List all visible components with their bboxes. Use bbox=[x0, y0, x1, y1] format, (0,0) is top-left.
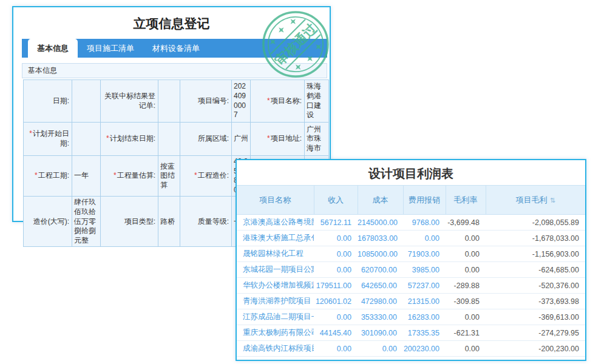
project-name-link[interactable]: 青海洪湖养护院项目 bbox=[237, 294, 314, 309]
field-label-text: 日期: bbox=[53, 96, 69, 105]
income-cell: 56712.11 bbox=[314, 215, 358, 231]
cost-cell: 1085000.00 bbox=[358, 246, 403, 262]
project-name-link[interactable]: 京港澳高速公路粤境韶关至 bbox=[237, 215, 314, 231]
form-row: 日期: 关联中标结果登记单: 项目编号: 2024090007 *项目名称: 珠… bbox=[24, 80, 329, 123]
expense-cell: 16283.00 bbox=[403, 309, 446, 325]
profit-window-title: 设计项目利润表 bbox=[237, 160, 585, 185]
project-name-link[interactable]: 重庆太极制药有限公司亳州 bbox=[237, 325, 314, 341]
table-row: 港珠澳大桥施工总承包项目 0.00 1678033.00 0.00 0.00 -… bbox=[237, 231, 585, 246]
table-row: 重庆太极制药有限公司亳州 44145.40 301090.00 17335.35… bbox=[237, 325, 585, 341]
expense-cell: 9768.00 bbox=[403, 215, 446, 231]
profit-cell: -274,279.95 bbox=[486, 325, 585, 341]
margin-cell: -3,699.48 bbox=[446, 215, 486, 231]
table-row: 东城花园一期项目公寓大堂 0.00 620700.00 3985.00 0.00… bbox=[237, 262, 585, 278]
cost-cell: 620700.00 bbox=[358, 262, 403, 278]
field-label-text: 质量等级: bbox=[198, 217, 229, 226]
col-header-income: 收入 bbox=[314, 186, 358, 215]
form-row: *计划开始日期: *计划结束日期: 所属区域: 广州 *项目地址: 广州市珠海市 bbox=[24, 123, 329, 156]
income-cell: 0.00 bbox=[314, 246, 358, 262]
field-value-project-duration: 一年 bbox=[72, 156, 101, 197]
table-row: 江苏成品油二期项目一标段 0.00 353330.00 16283.00 0.0… bbox=[237, 309, 585, 325]
sort-icon[interactable]: ⇅ bbox=[550, 197, 555, 204]
project-name-link[interactable]: 东城花园一期项目公寓大堂 bbox=[237, 262, 314, 278]
field-label-quantity-estimate: *工程量估算: bbox=[101, 156, 158, 197]
tab-bar: 基本信息 项目施工清单 材料设备清单 bbox=[22, 39, 327, 58]
field-value-plan-start-date bbox=[72, 123, 101, 156]
section-header-basic-info: 基本信息 bbox=[22, 63, 327, 78]
field-label-text: 关联中标结果登记单: bbox=[104, 92, 155, 110]
field-label-text: 计划结束日期: bbox=[110, 134, 155, 143]
field-label-text: 项目名称: bbox=[271, 96, 302, 105]
income-cell: 0.00 bbox=[314, 341, 358, 357]
profit-table-header: 项目名称 收入 成本 费用报销 毛利率 项目毛利⇅ bbox=[237, 186, 585, 215]
income-cell: 120601.02 bbox=[314, 294, 358, 309]
expense-cell: 21315.00 bbox=[403, 294, 446, 309]
required-mark: * bbox=[194, 171, 197, 180]
margin-cell: 0.00 bbox=[446, 246, 486, 262]
field-value-quantity-estimate: 按蓝图结算 bbox=[158, 156, 180, 197]
field-label-text: 所属区域: bbox=[198, 134, 229, 143]
field-label-text: 项目地址: bbox=[271, 134, 302, 143]
col-header-project-name: 项目名称 bbox=[237, 186, 314, 215]
profit-cell: -369,613.00 bbox=[486, 309, 585, 325]
income-cell: 0.00 bbox=[314, 309, 358, 325]
col-header-project-profit[interactable]: 项目毛利⇅ bbox=[486, 186, 585, 215]
field-value-plan-end-date bbox=[158, 123, 180, 156]
field-label-project-name: *项目名称: bbox=[251, 80, 305, 123]
profit-cell: -1,678,033.00 bbox=[486, 231, 585, 246]
expense-cell: 17335.35 bbox=[403, 325, 446, 341]
col-header-expense: 费用报销 bbox=[403, 186, 446, 215]
field-label-plan-start-date: *计划开始日期: bbox=[24, 123, 72, 156]
income-cell: 0.00 bbox=[314, 231, 358, 246]
required-mark: * bbox=[35, 171, 38, 180]
field-value-linked-bid bbox=[158, 80, 180, 123]
required-mark: * bbox=[29, 129, 32, 138]
col-header-margin: 毛利率 bbox=[446, 186, 486, 215]
margin-cell: -289.88 bbox=[446, 278, 486, 294]
expense-cell: 200230.00 bbox=[403, 341, 446, 357]
cost-cell: 301090.00 bbox=[358, 325, 403, 341]
profit-cell: -200,230.00 bbox=[486, 341, 585, 357]
field-value-project-address: 广州市珠海市 bbox=[305, 123, 329, 156]
field-value-region: 广州 bbox=[232, 123, 251, 156]
field-value-project-name: 珠海鹤港口建设 bbox=[305, 80, 329, 123]
field-label-text: 计划开始日期: bbox=[33, 129, 69, 147]
table-row: 青海洪湖养护院项目 120601.02 472980.00 21315.00 -… bbox=[237, 294, 585, 309]
expense-cell: 0.00 bbox=[403, 231, 446, 246]
field-label-project-cost: *工程造价: bbox=[180, 156, 232, 197]
field-label-project-duration: *工程工期: bbox=[24, 156, 72, 197]
tab-basic-info[interactable]: 基本信息 bbox=[28, 39, 78, 58]
field-value-date bbox=[72, 80, 101, 123]
table-row: 成渝高铁内江标段项目 0.00 0.00 200230.00 0.00 -200… bbox=[237, 341, 585, 357]
cost-cell: 642650.00 bbox=[358, 278, 403, 294]
profit-cell: -2,098,055.89 bbox=[486, 215, 585, 231]
table-row: 京港澳高速公路粤境韶关至 56712.11 2145000.00 9768.00… bbox=[237, 215, 585, 231]
project-name-link[interactable]: 港珠澳大桥施工总承包项目 bbox=[237, 231, 314, 246]
col-header-cost: 成本 bbox=[358, 186, 403, 215]
required-mark: * bbox=[267, 134, 270, 143]
cost-cell: 1678033.00 bbox=[358, 231, 403, 246]
field-label-region: 所属区域: bbox=[180, 123, 232, 156]
income-cell: 179511.00 bbox=[314, 278, 358, 294]
margin-cell: 0.00 bbox=[446, 341, 486, 357]
project-name-link[interactable]: 江苏成品油二期项目一标段 bbox=[237, 309, 314, 325]
col-header-label: 项目毛利 bbox=[516, 195, 548, 204]
table-row: 华软办公楼增加视频监控项 179511.00 642650.00 57237.0… bbox=[237, 278, 585, 294]
margin-cell: -621.31 bbox=[446, 325, 486, 341]
field-label-plan-end-date: *计划结束日期: bbox=[101, 123, 158, 156]
tab-material-equipment-list[interactable]: 材料设备清单 bbox=[143, 39, 209, 58]
cost-cell: 353330.00 bbox=[358, 309, 403, 325]
cost-cell: 0.00 bbox=[358, 341, 403, 357]
field-label-text: 造价(大写): bbox=[33, 217, 69, 226]
margin-cell: -309.85 bbox=[446, 294, 486, 309]
field-label-text: 项目编号: bbox=[198, 96, 229, 105]
tab-construction-list[interactable]: 项目施工清单 bbox=[78, 39, 143, 58]
profit-cell: -1,156,903.00 bbox=[486, 246, 585, 262]
field-label-text: 工程量估算: bbox=[117, 171, 155, 180]
project-name-link[interactable]: 华软办公楼增加视频监控项 bbox=[237, 278, 314, 294]
project-name-link[interactable]: 成渝高铁内江标段项目 bbox=[237, 341, 314, 357]
table-row: 晟铭园林绿化工程 0.00 1085000.00 71903.00 0.00 -… bbox=[237, 246, 585, 262]
income-cell: 44145.40 bbox=[314, 325, 358, 341]
field-value-project-type: 路桥 bbox=[158, 197, 180, 247]
project-name-link[interactable]: 晟铭园林绿化工程 bbox=[237, 246, 314, 262]
